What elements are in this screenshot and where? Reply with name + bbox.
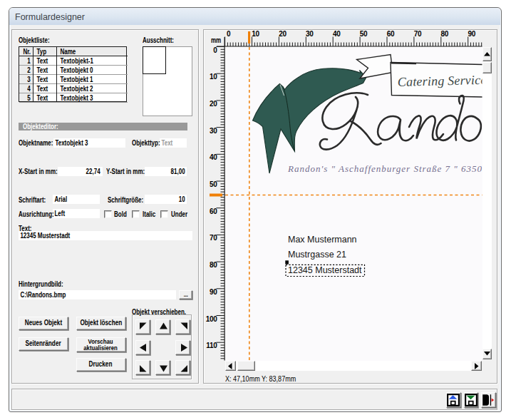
svg-text:20: 20 xyxy=(279,30,287,38)
svg-text:20: 20 xyxy=(210,100,217,108)
svg-text:50: 50 xyxy=(360,30,368,38)
svg-text:10: 10 xyxy=(252,30,259,38)
svg-text:90: 90 xyxy=(210,288,217,296)
svg-text:10: 10 xyxy=(210,73,217,81)
svg-text:Randon's " Aschaffenburger Str: Randon's " Aschaffenburger Straße 7 " 63… xyxy=(287,163,511,174)
svg-text:110: 110 xyxy=(206,342,217,349)
svg-text:70: 70 xyxy=(414,30,422,38)
svg-text:40: 40 xyxy=(333,30,341,38)
svg-text:30: 30 xyxy=(306,30,314,38)
svg-text:60: 60 xyxy=(387,30,395,38)
svg-text:Max Mustermann: Max Mustermann xyxy=(288,235,357,245)
svg-text:Catering Service: Catering Service xyxy=(398,73,487,89)
svg-text:90: 90 xyxy=(468,30,475,38)
svg-text:0: 0 xyxy=(213,46,217,54)
svg-text:100: 100 xyxy=(206,315,218,323)
svg-text:12345 Musterstadt: 12345 Musterstadt xyxy=(288,265,362,275)
svg-text:0: 0 xyxy=(227,30,231,38)
svg-text:80: 80 xyxy=(210,261,217,269)
svg-text:60: 60 xyxy=(210,208,217,215)
svg-text:70: 70 xyxy=(210,234,217,242)
svg-text:50: 50 xyxy=(210,180,217,188)
svg-text:40: 40 xyxy=(210,153,217,161)
svg-text:80: 80 xyxy=(441,30,449,38)
svg-text:30: 30 xyxy=(210,127,217,135)
svg-text:Mustrgasse 21: Mustrgasse 21 xyxy=(288,250,346,260)
